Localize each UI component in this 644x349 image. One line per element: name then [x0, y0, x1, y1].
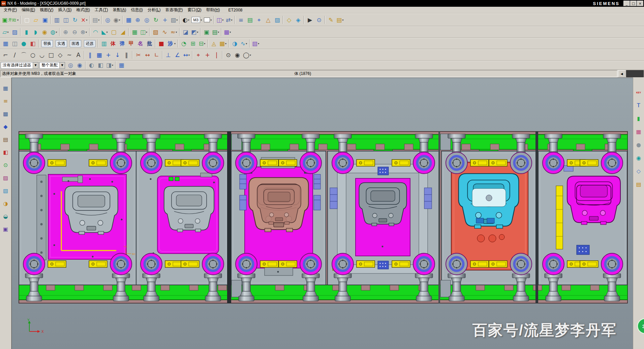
menu-T[interactable]: 工具(T)	[92, 7, 110, 13]
boss-icon[interactable]: ◍▾	[49, 28, 58, 37]
show-body-button[interactable]: 体	[109, 39, 118, 48]
process-studio-icon[interactable]: ▨	[2, 174, 10, 182]
batch-button[interactable]: 批	[145, 39, 154, 48]
text-icon[interactable]: A	[74, 51, 83, 60]
workspace-icon[interactable]: ▦	[117, 61, 126, 70]
lattice-icon[interactable]: ▩▾	[218, 39, 227, 48]
list-view-icon[interactable]: ▤▾	[335, 16, 344, 25]
roles-icon[interactable]: ◒	[2, 212, 10, 221]
chevron-down-icon[interactable]: ▼	[59, 62, 65, 68]
spring-tool-button[interactable]: 弹	[118, 39, 127, 48]
assembly-navigator-icon[interactable]: ≡	[2, 97, 10, 105]
zoom-in-icon[interactable]: ⊕	[133, 16, 142, 25]
through-curves-icon[interactable]: ∿	[160, 28, 169, 37]
line-icon[interactable]: /	[10, 51, 19, 60]
swept-icon[interactable]: ≈▾	[169, 28, 178, 37]
datum-plane-icon[interactable]: ▱▾	[1, 28, 10, 37]
menu-R[interactable]: 格式(R)	[74, 7, 92, 13]
name-button[interactable]: 名	[136, 39, 145, 48]
part-navigator-icon[interactable]: ◆	[2, 123, 10, 131]
polygon-icon[interactable]: ◇	[56, 51, 65, 60]
hd3d-tools-icon[interactable]: ◧	[2, 148, 10, 156]
sphere-icon[interactable]: ●	[635, 141, 643, 149]
open-file-icon[interactable]: ▱	[31, 16, 40, 25]
chevron-down-icon[interactable]: ▼	[33, 62, 38, 68]
history-icon[interactable]: ⊙	[2, 161, 10, 169]
pan-view-icon[interactable]: +	[160, 16, 170, 25]
offset-curve-icon[interactable]: ∥	[86, 51, 95, 60]
arc-center-icon[interactable]: ◉	[233, 51, 242, 60]
render-section-icon[interactable]: ◧	[28, 39, 37, 48]
analysis-icon[interactable]: ◈	[294, 16, 303, 25]
movie-capture-icon[interactable]: ◑	[2, 200, 10, 208]
restore-button[interactable]: 还原	[83, 39, 97, 48]
wave-geometry-icon[interactable]: ◔	[179, 39, 188, 48]
search-component-icon[interactable]: ◉	[75, 61, 84, 70]
sketch-icon[interactable]: ▨	[10, 28, 19, 37]
view-preset-dropdown[interactable]: M3▾	[190, 16, 203, 25]
teapot-icon[interactable]: ◉	[635, 154, 643, 162]
face-translucency-button[interactable]: 面透	[68, 39, 83, 48]
palette-icon[interactable]: ▦	[635, 128, 643, 136]
link-body-icon[interactable]: ⊞	[188, 39, 197, 48]
preview-icon[interactable]: ◐	[87, 61, 96, 70]
make-corner-icon[interactable]: ∟	[152, 51, 161, 60]
toolbar-overflow-button[interactable]: ◀	[618, 70, 625, 77]
curvature-icon[interactable]: ∿▾	[239, 39, 248, 48]
mirror-feature-icon[interactable]: ◫▾	[139, 28, 148, 37]
pattern-feature-icon[interactable]: ▦	[130, 28, 139, 37]
key-shortcut-icon[interactable]: KEY	[635, 88, 643, 96]
revolve-icon[interactable]: ◗	[31, 28, 40, 37]
draft-icon[interactable]: ◢	[118, 28, 127, 37]
menu-L[interactable]: 分析(L)	[145, 7, 163, 13]
menu-O[interactable]: 窗口(O)	[185, 7, 204, 13]
shell-icon[interactable]: ▢	[109, 28, 118, 37]
menu-S[interactable]: 插入(S)	[56, 7, 74, 13]
text-tool-icon[interactable]: T	[635, 101, 643, 110]
project-curve-icon[interactable]: ↓	[113, 51, 122, 60]
section-view-icon[interactable]: ◧	[96, 61, 105, 70]
pattern-curve-icon[interactable]: ▦	[95, 51, 104, 60]
selection-scope-dropdown[interactable]: 整个装配 ▼	[39, 62, 65, 69]
constraints-icon[interactable]: ⊥	[164, 51, 173, 60]
maximize-button[interactable]: □	[630, 1, 637, 6]
find-in-navigator-icon[interactable]: ◎	[66, 61, 75, 70]
crosshair-icon[interactable]: ⌖	[194, 51, 203, 60]
circle-center-icon[interactable]: ⊙	[224, 51, 233, 60]
assembly-constraints-icon[interactable]: ≡	[236, 16, 245, 25]
menu-I[interactable]: 信息(I)	[128, 7, 145, 13]
intersect-icon[interactable]: ⊗▾	[79, 28, 88, 37]
reuse-library-icon[interactable]: ▤	[2, 136, 10, 144]
auto-constrain-icon[interactable]: ∠	[173, 51, 182, 60]
menu-V[interactable]: 视图(V)	[37, 7, 56, 13]
show-hide-icon[interactable]: ◫▾	[215, 16, 224, 25]
touch-mode-icon[interactable]: ◉▾	[112, 16, 121, 25]
docked-panel-strip[interactable]	[626, 70, 644, 77]
start-menu-button[interactable]: ▣开始▾	[1, 16, 20, 25]
structure-report-icon[interactable]: ▤	[245, 16, 254, 25]
offset-surface-icon[interactable]: ▧	[151, 28, 160, 37]
interference-button[interactable]: 涉▾	[166, 39, 177, 48]
subtract-icon[interactable]: ⊖	[70, 28, 79, 37]
promote-body-icon[interactable]: ⊟▾	[197, 39, 207, 48]
pad-icon[interactable]: ▤▾	[211, 28, 220, 37]
quick-trim-icon[interactable]: ✂	[134, 51, 143, 60]
axis-icon[interactable]: |	[212, 51, 221, 60]
cascade-windows-icon[interactable]: ◫	[10, 39, 19, 48]
edge-blend-icon[interactable]: ◠	[91, 28, 100, 37]
chamfer-icon[interactable]: ◣▾	[100, 28, 109, 37]
interpart-icon[interactable]: △	[264, 16, 273, 25]
menu-H[interactable]: 帮助(H)	[204, 7, 222, 13]
profile-icon[interactable]: ⌐	[1, 51, 10, 60]
menu-P[interactable]: 首选项(P)	[163, 7, 185, 13]
ellipse-icon[interactable]: ◯▾	[242, 51, 252, 60]
menu-A[interactable]: 装配(A)	[110, 7, 128, 13]
hole-icon[interactable]: ◉	[40, 28, 49, 37]
rotate-view-icon[interactable]: ↻	[151, 16, 160, 25]
close-button[interactable]: ×	[637, 1, 643, 6]
menu-F[interactable]: 文件(F)	[1, 7, 19, 13]
constraint-navigator-icon[interactable]: ▩	[2, 110, 10, 118]
curve-display-icon[interactable]: ▥	[99, 39, 109, 48]
refresh-icon[interactable]: ↻	[70, 16, 80, 25]
wave-link-icon[interactable]: ⌖	[254, 16, 264, 25]
